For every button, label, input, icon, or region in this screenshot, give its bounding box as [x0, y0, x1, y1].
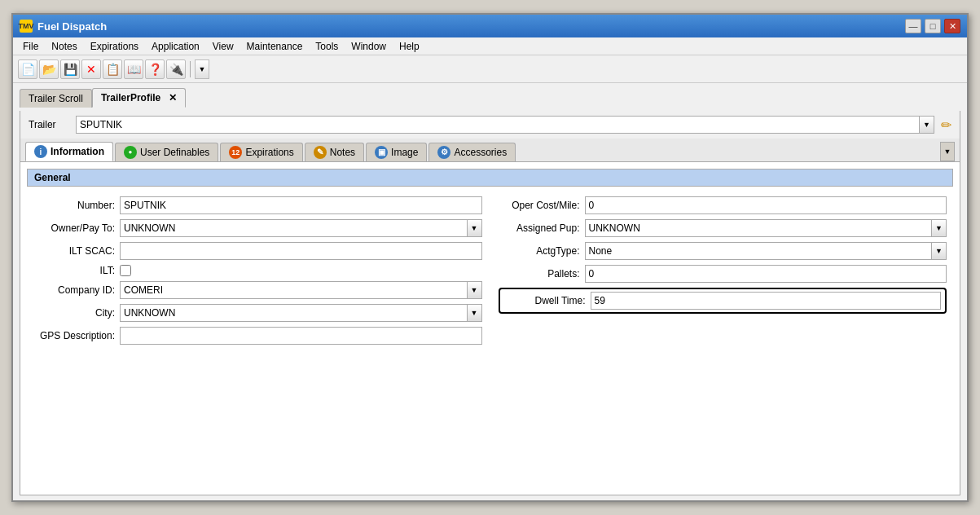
- sub-tab-information[interactable]: i Information: [25, 142, 113, 161]
- input-dwell-time[interactable]: [591, 292, 942, 310]
- field-row-gps: GPS Description:: [33, 327, 482, 345]
- open-button[interactable]: 📂: [39, 59, 59, 79]
- general-section: General Number: Owner/Pay To: ▼: [20, 162, 960, 495]
- title-bar: TMV Fuel Dispatch — □ ✕: [13, 15, 967, 37]
- field-row-pallets: Pallets:: [499, 265, 947, 283]
- input-oper-cost[interactable]: [585, 196, 947, 214]
- trailer-combo[interactable]: ▼: [76, 116, 934, 134]
- tab-trailer-profile[interactable]: TrailerProfile ✕: [92, 88, 186, 108]
- window-title: Fuel Dispatch: [37, 20, 107, 33]
- field-row-owner: Owner/Pay To: ▼: [33, 219, 482, 237]
- sub-tab-user-definables[interactable]: ● User Definables: [115, 143, 218, 161]
- info-icon: i: [34, 145, 47, 158]
- menu-maintenance[interactable]: Maintenance: [240, 39, 310, 54]
- label-gps: GPS Description:: [33, 330, 115, 341]
- book-button[interactable]: 📖: [124, 59, 143, 79]
- image-icon: ▣: [375, 146, 388, 159]
- menu-tools[interactable]: Tools: [309, 39, 345, 54]
- toolbar-separator: [190, 61, 191, 77]
- input-actg-type[interactable]: [586, 243, 932, 259]
- input-number[interactable]: [120, 196, 482, 214]
- help-button[interactable]: ❓: [145, 59, 165, 79]
- exp-icon: 12: [229, 146, 242, 159]
- combo-assigned-pup[interactable]: ▼: [585, 219, 947, 237]
- input-owner[interactable]: [121, 220, 467, 236]
- minimize-button[interactable]: —: [905, 19, 921, 33]
- label-city: City:: [33, 307, 115, 319]
- combo-city[interactable]: ▼: [120, 304, 482, 322]
- label-pallets: Pallets:: [499, 268, 580, 280]
- general-header: General: [27, 169, 953, 187]
- checkbox-ilt[interactable]: [120, 265, 131, 276]
- actg-type-dropdown-btn[interactable]: ▼: [931, 243, 946, 259]
- label-oper-cost: Oper Cost/Mile:: [499, 200, 580, 211]
- main-window: TMV Fuel Dispatch — □ ✕ File Notes Expir…: [11, 13, 969, 502]
- new-button[interactable]: 📄: [18, 59, 37, 79]
- sub-tab-notes[interactable]: ✎ Notes: [305, 143, 364, 161]
- tab-content-panel: Trailer ▼ ✏ i Information ● User Definab…: [20, 111, 960, 495]
- field-row-number: Number:: [33, 196, 482, 214]
- field-row-city: City: ▼: [33, 304, 482, 322]
- tab-trailer-scroll[interactable]: Trailer Scroll: [20, 89, 92, 108]
- label-number: Number:: [33, 200, 115, 211]
- menu-view[interactable]: View: [206, 39, 240, 54]
- sub-tabs-row: i Information ● User Definables 12 Expir…: [20, 139, 960, 162]
- trailer-row: Trailer ▼ ✏: [20, 111, 960, 139]
- export-button[interactable]: 📋: [103, 59, 122, 79]
- company-id-dropdown-btn[interactable]: ▼: [467, 282, 481, 298]
- menu-bar: File Notes Expirations Application View …: [13, 37, 967, 55]
- menu-notes[interactable]: Notes: [45, 39, 83, 54]
- combo-actg-type[interactable]: ▼: [585, 242, 947, 260]
- field-row-ilt-scac: ILT SCAC:: [33, 242, 482, 260]
- connect-button[interactable]: 🔌: [166, 59, 186, 79]
- field-row-assigned-pup: Assigned Pup: ▼: [499, 219, 947, 237]
- label-ilt-scac: ILT SCAC:: [33, 245, 115, 257]
- notes-icon: ✎: [314, 146, 327, 159]
- menu-window[interactable]: Window: [345, 39, 393, 54]
- tab-close-icon[interactable]: ✕: [169, 92, 177, 103]
- input-ilt-scac[interactable]: [120, 242, 482, 260]
- menu-expirations[interactable]: Expirations: [84, 39, 145, 54]
- label-owner: Owner/Pay To:: [33, 222, 115, 234]
- fields-left: Number: Owner/Pay To: ▼ ILT SCAC:: [33, 196, 482, 345]
- sub-tab-expirations[interactable]: 12 Expirations: [220, 143, 302, 161]
- title-bar-left: TMV Fuel Dispatch: [20, 20, 107, 33]
- sub-tab-image[interactable]: ▣ Image: [366, 143, 427, 161]
- input-gps[interactable]: [120, 327, 482, 345]
- label-dwell-time: Dwell Time:: [504, 295, 586, 306]
- label-actg-type: ActgType:: [499, 245, 580, 257]
- input-company-id[interactable]: [121, 282, 467, 298]
- sub-tab-accessories[interactable]: ⚙ Accessories: [428, 143, 516, 161]
- menu-application[interactable]: Application: [145, 39, 206, 54]
- menu-file[interactable]: File: [16, 39, 45, 54]
- content-area: Trailer Scroll TrailerProfile ✕ Trailer …: [13, 83, 967, 500]
- delete-button[interactable]: ✕: [81, 59, 101, 79]
- toolbar-dropdown[interactable]: ▼: [195, 59, 209, 79]
- combo-owner[interactable]: ▼: [120, 219, 482, 237]
- label-company-id: Company ID:: [33, 284, 115, 296]
- assigned-pup-dropdown-btn[interactable]: ▼: [931, 220, 946, 236]
- field-row-oper-cost: Oper Cost/Mile:: [499, 196, 947, 214]
- trailer-input[interactable]: [77, 117, 919, 133]
- save-button[interactable]: 💾: [60, 59, 80, 79]
- field-row-actg-type: ActgType: ▼: [499, 242, 947, 260]
- maximize-button[interactable]: □: [925, 19, 941, 33]
- app-icon: TMV: [20, 20, 33, 33]
- field-row-company-id: Company ID: ▼: [33, 281, 482, 299]
- field-row-dwell-time: Dwell Time:: [499, 288, 947, 314]
- main-tabs-row: Trailer Scroll TrailerProfile ✕: [20, 88, 960, 108]
- trailer-label: Trailer: [29, 119, 69, 130]
- sub-tabs-dropdown[interactable]: ▼: [940, 142, 955, 161]
- ud-icon: ●: [124, 146, 137, 159]
- city-dropdown-btn[interactable]: ▼: [467, 305, 481, 321]
- owner-dropdown-btn[interactable]: ▼: [467, 220, 481, 236]
- menu-help[interactable]: Help: [393, 39, 426, 54]
- input-pallets[interactable]: [585, 265, 947, 283]
- combo-company-id[interactable]: ▼: [120, 281, 482, 299]
- input-city[interactable]: [121, 305, 467, 321]
- close-button[interactable]: ✕: [944, 19, 960, 33]
- input-assigned-pup[interactable]: [586, 220, 932, 236]
- title-buttons: — □ ✕: [905, 19, 960, 33]
- trailer-dropdown-btn[interactable]: ▼: [919, 117, 934, 133]
- edit-icon[interactable]: ✏: [941, 117, 951, 133]
